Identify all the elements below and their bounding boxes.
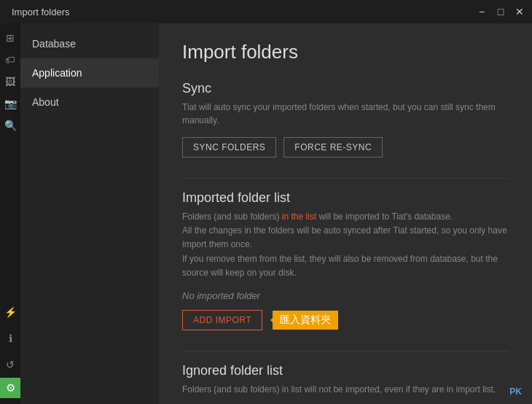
page-title: Import folders <box>182 41 509 63</box>
ignored-description: Folders (and sub folders) in list will n… <box>182 383 509 396</box>
minimize-button[interactable]: − <box>475 5 488 18</box>
main-layout: ⊞ 🏷 🖼 📷 🔍 ⚡ ℹ ↺ ⚙ Database Application A… <box>0 23 532 404</box>
rail-image-icon[interactable]: 🖼 <box>1 73 19 90</box>
sync-folders-button[interactable]: SYNC FOLDERS <box>182 137 276 158</box>
rail-grid-icon[interactable]: ⊞ <box>1 29 19 47</box>
sidebar: Database Application About <box>20 23 159 404</box>
imported-desc-post: will be imported to Tiat's database. <box>316 211 453 222</box>
window-controls: − □ ✕ <box>475 5 526 18</box>
titlebar: Import folders − □ ✕ <box>0 0 532 23</box>
maximize-button[interactable]: □ <box>494 5 507 18</box>
imported-title: Imported folder list <box>182 190 509 206</box>
imported-desc-highlight: in the list <box>282 211 316 222</box>
rail-settings-icon[interactable]: ⚙ <box>0 378 20 398</box>
rail-tag-icon[interactable]: 🏷 <box>1 51 19 69</box>
brand-watermark: PK <box>509 386 522 397</box>
imported-desc-line3: If you remove them from the list, they w… <box>182 254 498 278</box>
rail-info-icon[interactable]: ℹ <box>1 330 19 347</box>
sidebar-item-application[interactable]: Application <box>20 58 159 88</box>
add-import-button[interactable]: ADD IMPORT <box>182 310 262 330</box>
add-import-tooltip: 匯入資料夾 <box>273 311 338 330</box>
rail-photo-icon[interactable]: 📷 <box>1 95 19 112</box>
imported-section: Imported folder list Folders (and sub fo… <box>182 190 509 330</box>
close-button[interactable]: ✕ <box>513 5 526 18</box>
rail-sync-icon[interactable]: ↺ <box>1 356 19 373</box>
force-resync-button[interactable]: FORCE RE-SYNC <box>283 137 383 158</box>
ignored-section: Ignored folder list Folders (and sub fol… <box>182 363 509 404</box>
sync-title: Sync <box>182 81 509 96</box>
add-import-row: ADD IMPORT 匯入資料夾 <box>182 310 509 330</box>
ignored-title: Ignored folder list <box>182 363 509 378</box>
rail-flash-icon[interactable]: ⚡ <box>1 303 19 321</box>
content-area: Import folders Sync Tiat will auto sync … <box>159 23 532 404</box>
icon-rail: ⊞ 🏷 🖼 📷 🔍 ⚡ ℹ ↺ ⚙ <box>0 23 20 404</box>
tooltip-text: 匯入資料夾 <box>280 314 331 325</box>
sync-section: Sync Tiat will auto sync your imported f… <box>182 81 509 158</box>
sync-buttons: SYNC FOLDERS FORCE RE-SYNC <box>182 137 509 158</box>
sync-description: Tiat will auto sync your imported folder… <box>182 101 509 127</box>
rail-bottom-icons: ⚡ ℹ ↺ <box>1 303 19 378</box>
imported-desc-pre: Folders (and sub folders) <box>182 211 282 222</box>
imported-description: Folders (and sub folders) in the list wi… <box>182 210 509 280</box>
divider-2 <box>182 351 509 351</box>
sidebar-item-about[interactable]: About <box>20 88 159 117</box>
imported-desc-line2: All the changes in the folders will be a… <box>182 225 507 249</box>
sidebar-item-database[interactable]: Database <box>20 29 159 58</box>
no-imported-folder-text: No imported folder <box>182 290 509 301</box>
divider-1 <box>182 178 509 179</box>
rail-search-icon[interactable]: 🔍 <box>1 117 19 134</box>
window-title: Import folders <box>6 7 475 18</box>
